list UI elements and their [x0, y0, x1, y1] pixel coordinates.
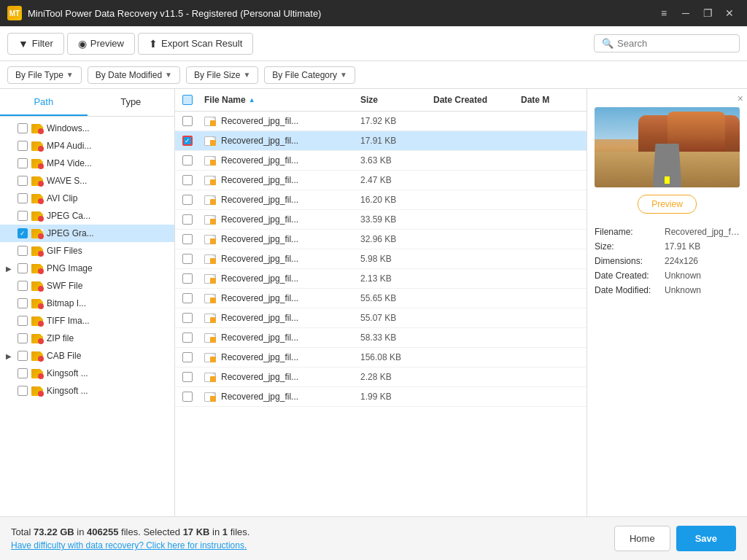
filter-icon: ▼: [18, 38, 28, 50]
row-checkbox[interactable]: [182, 175, 193, 185]
column-header-date-modified[interactable]: Date M: [521, 95, 579, 105]
tree-item[interactable]: TIFF Ima...: [0, 312, 174, 330]
table-row[interactable]: Recovered_jpg_fil...32.96 KB: [175, 230, 587, 249]
row-size: 16.20 KB: [360, 195, 433, 205]
column-header-size[interactable]: Size: [360, 95, 433, 105]
tree-item-checkbox[interactable]: [18, 141, 28, 151]
export-button[interactable]: ⬆ Export Scan Result: [138, 33, 253, 55]
table-row[interactable]: Recovered_jpg_fil...55.65 KB: [175, 289, 587, 308]
tree-item[interactable]: Kingsoft ...: [0, 382, 174, 400]
row-checkbox[interactable]: [182, 254, 193, 264]
minimize-button[interactable]: ─: [676, 3, 696, 23]
row-checkbox[interactable]: [182, 313, 193, 323]
row-checkbox-area: [182, 116, 204, 126]
close-preview-button[interactable]: ×: [738, 93, 743, 104]
tree-item-checkbox[interactable]: [18, 246, 28, 256]
table-row[interactable]: Recovered_jpg_fil...5.98 KB: [175, 249, 587, 269]
close-button[interactable]: ✕: [719, 3, 740, 23]
row-checkbox[interactable]: [182, 372, 193, 382]
table-row[interactable]: Recovered_jpg_fil...1.99 KB: [175, 387, 587, 407]
filter-date-modified[interactable]: By Date Modified ▼: [88, 66, 180, 84]
row-checkbox[interactable]: [182, 195, 193, 205]
tree-item[interactable]: MP4 Audi...: [0, 137, 174, 155]
preview-action-button[interactable]: Preview: [638, 195, 697, 214]
row-checkbox[interactable]: [182, 332, 193, 343]
row-checkbox[interactable]: [182, 214, 193, 225]
tree-item[interactable]: MP4 Vide...: [0, 155, 174, 172]
tree-item-checkbox[interactable]: [18, 386, 28, 396]
row-checkbox[interactable]: ✓: [182, 136, 193, 146]
tree-item[interactable]: ▶PNG Image: [0, 260, 174, 277]
tree-item-checkbox[interactable]: [18, 298, 28, 308]
selected-size: 17 KB: [183, 526, 210, 537]
tree-item-checkbox[interactable]: [18, 176, 28, 186]
filter-file-category[interactable]: By File Category ▼: [264, 66, 355, 84]
tree-item-checkbox[interactable]: [18, 316, 28, 326]
column-header-date-created[interactable]: Date Created: [433, 95, 521, 105]
tree-item-checkbox[interactable]: [18, 123, 28, 133]
filter-file-size[interactable]: By File Size ▼: [186, 66, 258, 84]
tree-item[interactable]: JPEG Ca...: [0, 207, 174, 225]
row-checkbox[interactable]: [182, 293, 193, 303]
tree-item-checkbox[interactable]: [18, 211, 28, 221]
row-checkbox[interactable]: [182, 234, 193, 244]
table-row[interactable]: Recovered_jpg_fil...17.92 KB: [175, 112, 587, 131]
export-label: Export Scan Result: [161, 38, 242, 49]
table-row[interactable]: Recovered_jpg_fil...3.63 KB: [175, 151, 587, 171]
tab-type[interactable]: Type: [88, 89, 175, 116]
tree-item-checkbox[interactable]: ✓: [18, 228, 28, 238]
table-row[interactable]: Recovered_jpg_fil...2.13 KB: [175, 269, 587, 289]
file-type-icon: [31, 368, 44, 378]
preview-button[interactable]: ◉ Preview: [67, 33, 135, 55]
save-button[interactable]: Save: [676, 526, 736, 551]
tree-item-checkbox[interactable]: [18, 193, 28, 203]
table-row[interactable]: Recovered_jpg_fil...58.33 KB: [175, 328, 587, 348]
restore-button[interactable]: ❐: [697, 3, 718, 23]
tree-item[interactable]: AVI Clip: [0, 190, 174, 207]
header-checkbox[interactable]: [182, 95, 193, 105]
file-info: Filename: Recovered_jpg_file( Size: 17.9…: [595, 227, 740, 300]
tree-item-label: JPEG Ca...: [47, 211, 169, 221]
row-checkbox[interactable]: [182, 273, 193, 284]
home-button[interactable]: Home: [614, 526, 670, 551]
tree-item[interactable]: Kingsoft ...: [0, 365, 174, 382]
tree-item[interactable]: WAVE S...: [0, 172, 174, 190]
tree-item[interactable]: Windows...: [0, 120, 174, 137]
row-checkbox[interactable]: [182, 155, 193, 166]
status-text: Total 73.22 GB in 406255 files. Selected…: [11, 526, 249, 537]
row-checkbox[interactable]: [182, 392, 193, 402]
tree-item-checkbox[interactable]: [18, 368, 28, 378]
help-link[interactable]: Have difficulty with data recovery? Clic…: [11, 540, 249, 551]
menu-button[interactable]: ≡: [654, 3, 674, 23]
table-row[interactable]: Recovered_jpg_fil...2.28 KB: [175, 368, 587, 387]
row-checkbox-area: [182, 254, 204, 264]
table-row[interactable]: Recovered_jpg_fil...33.59 KB: [175, 210, 587, 230]
tree-item-checkbox[interactable]: [18, 333, 28, 343]
tree-item[interactable]: ✓JPEG Gra...: [0, 225, 174, 242]
row-checkbox[interactable]: [182, 352, 193, 362]
tree-item[interactable]: SWF File: [0, 277, 174, 295]
filter-button[interactable]: ▼ Filter: [7, 33, 64, 55]
tree-item-checkbox[interactable]: [18, 158, 28, 168]
table-row[interactable]: Recovered_jpg_fil...55.07 KB: [175, 308, 587, 328]
tree-item[interactable]: Bitmap I...: [0, 295, 174, 312]
table-row[interactable]: Recovered_jpg_fil...156.08 KB: [175, 348, 587, 368]
row-checkbox[interactable]: [182, 116, 193, 126]
tree-item[interactable]: ▶CAB File: [0, 347, 174, 365]
file-type-icon: [31, 123, 44, 133]
filter-file-type[interactable]: By File Type ▼: [7, 66, 82, 84]
table-row[interactable]: Recovered_jpg_fil...2.47 KB: [175, 171, 587, 190]
search-input[interactable]: [617, 38, 734, 49]
tab-path[interactable]: Path: [0, 89, 88, 116]
tree-item-checkbox[interactable]: [18, 263, 28, 273]
tree-item-checkbox[interactable]: [18, 281, 28, 291]
table-row[interactable]: ✓Recovered_jpg_fil...17.91 KB: [175, 131, 587, 151]
tree-item[interactable]: ZIP file: [0, 330, 174, 347]
column-header-name[interactable]: File Name ▲: [204, 95, 360, 105]
tree-item-checkbox[interactable]: [18, 351, 28, 361]
table-row[interactable]: Recovered_jpg_fil...16.20 KB: [175, 190, 587, 210]
info-size: Size: 17.91 KB: [595, 241, 740, 252]
tree-item[interactable]: GIF Files: [0, 242, 174, 260]
row-size: 5.98 KB: [360, 254, 433, 264]
file-count: 406255: [87, 526, 118, 537]
